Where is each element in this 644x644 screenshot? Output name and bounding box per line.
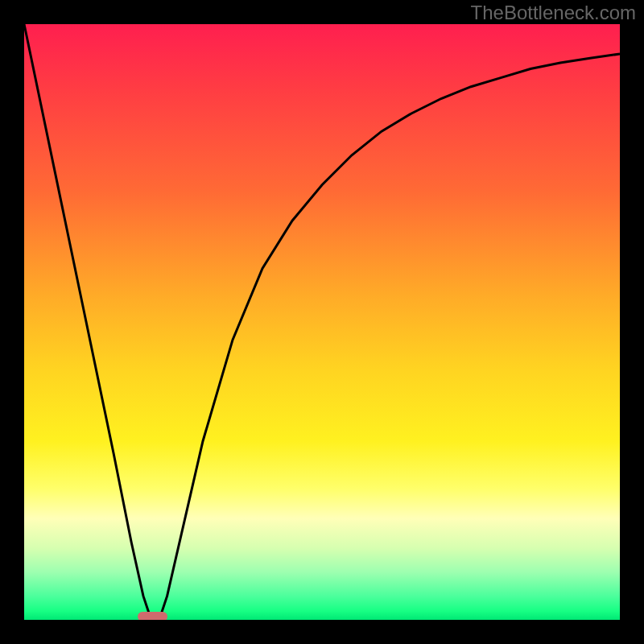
watermark-text: TheBottleneck.com [471, 2, 636, 24]
chart-root: TheBottleneck.com [0, 0, 644, 644]
plot-area [24, 24, 620, 620]
bottleneck-curve [24, 24, 620, 620]
curve-svg [24, 24, 620, 620]
optimal-point-marker [138, 612, 167, 620]
